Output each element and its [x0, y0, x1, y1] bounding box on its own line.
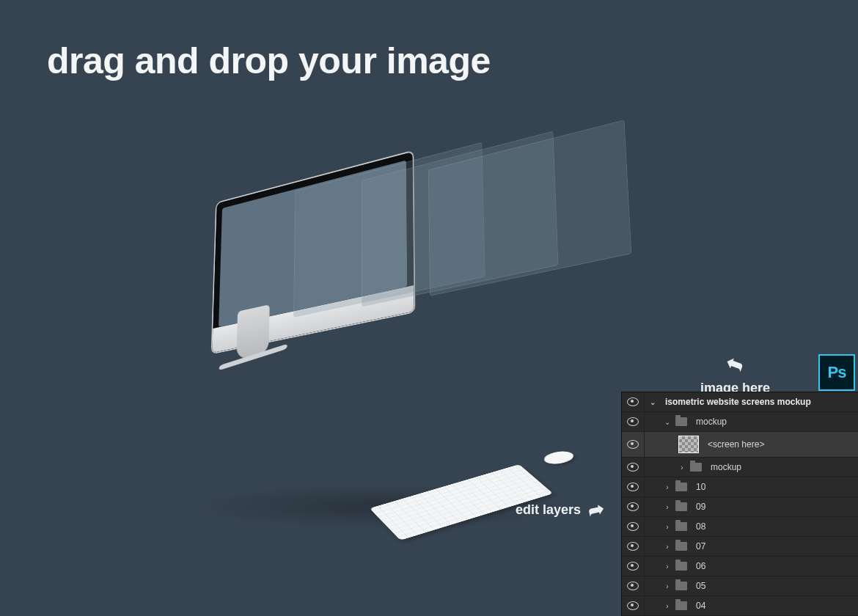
imac-base — [219, 344, 287, 371]
imac-screen — [219, 161, 407, 328]
layer-row-mockup[interactable]: ⌄ mockup — [622, 412, 858, 432]
folder-icon — [675, 417, 687, 426]
layer-row-folder[interactable]: ›07 — [622, 537, 858, 557]
layer-row-screen-here[interactable]: <screen here> — [622, 432, 858, 458]
chevron-right-icon[interactable]: › — [678, 463, 686, 472]
chevron-right-icon[interactable]: › — [664, 543, 671, 551]
folder-icon — [675, 483, 687, 491]
folder-icon — [675, 542, 687, 551]
imac-chin — [212, 285, 414, 353]
layer-row-folder[interactable]: ›08 — [622, 517, 858, 537]
layer-label: isometric website screens mockup — [665, 397, 811, 407]
eye-icon — [627, 582, 639, 590]
chevron-right-icon[interactable]: › — [664, 562, 671, 571]
folder-icon — [675, 582, 687, 590]
visibility-toggle[interactable] — [622, 517, 645, 536]
layer-row-folder[interactable]: ›09 — [622, 497, 858, 517]
layer-label: 07 — [696, 541, 705, 551]
layer-row-nested-mockup[interactable]: › mockup — [622, 458, 858, 477]
layer-row-folder[interactable]: ›06 — [622, 557, 858, 576]
chevron-right-icon[interactable]: › — [664, 483, 671, 491]
visibility-toggle[interactable] — [622, 557, 645, 576]
chevron-down-icon[interactable]: ⌄ — [664, 418, 671, 426]
floating-screen-2 — [362, 131, 559, 307]
floating-screen-1 — [293, 142, 485, 318]
folder-icon — [690, 463, 702, 472]
eye-icon — [627, 522, 639, 531]
chevron-right-icon[interactable]: › — [664, 602, 671, 610]
chevron-down-icon[interactable]: ⌄ — [649, 398, 656, 406]
chevron-right-icon[interactable]: › — [664, 503, 671, 511]
visibility-toggle[interactable] — [622, 392, 645, 411]
photoshop-layers-panel: Ps ⌄ isometric website screens mockup ⌄ … — [621, 392, 858, 616]
imac-stand — [236, 304, 269, 359]
imac — [211, 150, 416, 355]
layer-label: 05 — [696, 581, 705, 591]
layer-row-folder[interactable]: ›04 — [622, 596, 858, 616]
visibility-toggle[interactable] — [622, 477, 645, 496]
folder-icon — [675, 522, 687, 531]
eye-icon — [627, 463, 639, 472]
layer-label: <screen here> — [708, 439, 764, 450]
layer-label: mockup — [711, 462, 741, 472]
eye-icon — [627, 483, 639, 491]
layer-label: 08 — [696, 521, 705, 532]
visibility-toggle[interactable] — [622, 432, 645, 457]
eye-icon — [627, 502, 639, 511]
annotation-image-here: ➦ image here — [700, 352, 770, 396]
photoshop-badge-icon: Ps — [818, 354, 855, 391]
visibility-toggle[interactable] — [622, 497, 645, 516]
layer-label: 10 — [696, 482, 705, 492]
curved-arrow-icon: ➦ — [586, 497, 606, 523]
visibility-toggle[interactable] — [622, 458, 645, 477]
eye-icon — [627, 440, 639, 449]
visibility-toggle[interactable] — [622, 412, 645, 431]
chevron-right-icon[interactable]: › — [664, 582, 671, 590]
layer-label: 04 — [696, 601, 705, 611]
chevron-right-icon[interactable]: › — [664, 523, 671, 531]
eye-icon — [627, 601, 639, 610]
visibility-toggle[interactable] — [622, 596, 645, 615]
layer-label: 06 — [696, 561, 705, 571]
visibility-toggle[interactable] — [622, 576, 645, 595]
layer-row-folder[interactable]: ›05 — [622, 576, 858, 596]
annotation-edit-layers-label: edit layers — [516, 502, 581, 518]
imac-bezel — [211, 150, 416, 355]
visibility-toggle[interactable] — [622, 537, 645, 556]
eye-icon — [627, 417, 639, 426]
mouse — [540, 449, 578, 466]
folder-icon — [675, 502, 687, 511]
layer-row-folder[interactable]: ›10 — [622, 477, 858, 497]
headline: drag and drop your image — [47, 40, 491, 82]
layer-row-root[interactable]: ⌄ isometric website screens mockup — [622, 392, 858, 412]
eye-icon — [627, 542, 639, 551]
floating-screen-3 — [428, 120, 632, 296]
eye-icon — [627, 397, 639, 406]
smart-object-thumb-icon — [678, 436, 699, 453]
folder-icon — [675, 601, 687, 610]
eye-icon — [627, 562, 639, 571]
layer-label: mockup — [696, 417, 727, 427]
layer-label: 09 — [696, 502, 705, 512]
folder-icon — [675, 562, 687, 571]
annotation-edit-layers: edit layers ➦ — [516, 499, 604, 521]
